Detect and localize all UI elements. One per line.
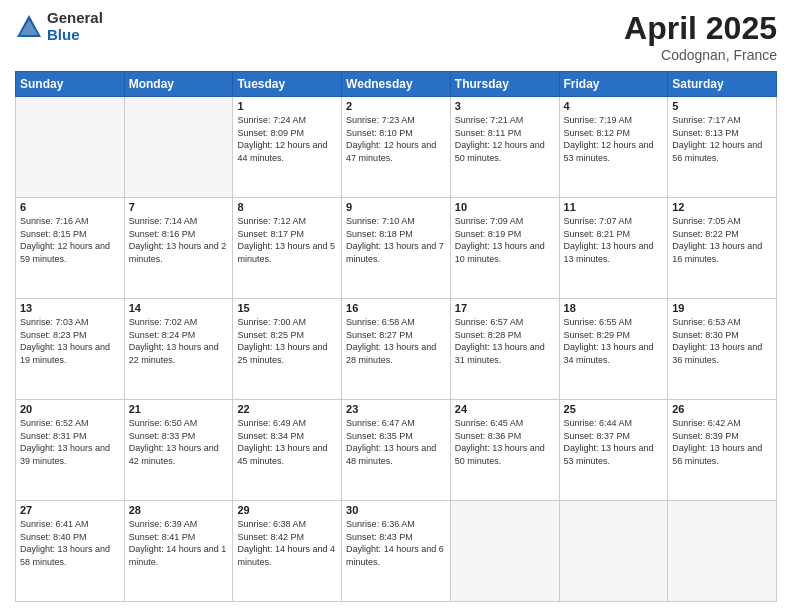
day-number: 15 (237, 302, 337, 314)
calendar-cell (668, 501, 777, 602)
calendar-cell: 16Sunrise: 6:58 AMSunset: 8:27 PMDayligh… (342, 299, 451, 400)
title-block: April 2025 Codognan, France (624, 10, 777, 63)
day-info: Sunrise: 7:19 AMSunset: 8:12 PMDaylight:… (564, 114, 664, 164)
day-number: 13 (20, 302, 120, 314)
day-number: 27 (20, 504, 120, 516)
logo-blue-text: Blue (47, 27, 103, 44)
day-number: 21 (129, 403, 229, 415)
title-location: Codognan, France (624, 47, 777, 63)
day-info: Sunrise: 7:00 AMSunset: 8:25 PMDaylight:… (237, 316, 337, 366)
day-number: 29 (237, 504, 337, 516)
day-info: Sunrise: 6:36 AMSunset: 8:43 PMDaylight:… (346, 518, 446, 568)
day-number: 24 (455, 403, 555, 415)
calendar-week-5: 27Sunrise: 6:41 AMSunset: 8:40 PMDayligh… (16, 501, 777, 602)
day-number: 28 (129, 504, 229, 516)
day-info: Sunrise: 7:05 AMSunset: 8:22 PMDaylight:… (672, 215, 772, 265)
calendar-cell: 9Sunrise: 7:10 AMSunset: 8:18 PMDaylight… (342, 198, 451, 299)
day-info: Sunrise: 7:21 AMSunset: 8:11 PMDaylight:… (455, 114, 555, 164)
title-month: April 2025 (624, 10, 777, 47)
day-number: 5 (672, 100, 772, 112)
calendar-cell: 3Sunrise: 7:21 AMSunset: 8:11 PMDaylight… (450, 97, 559, 198)
day-number: 25 (564, 403, 664, 415)
day-info: Sunrise: 7:17 AMSunset: 8:13 PMDaylight:… (672, 114, 772, 164)
calendar-cell: 8Sunrise: 7:12 AMSunset: 8:17 PMDaylight… (233, 198, 342, 299)
calendar-cell: 18Sunrise: 6:55 AMSunset: 8:29 PMDayligh… (559, 299, 668, 400)
day-info: Sunrise: 6:58 AMSunset: 8:27 PMDaylight:… (346, 316, 446, 366)
day-number: 3 (455, 100, 555, 112)
day-info: Sunrise: 6:53 AMSunset: 8:30 PMDaylight:… (672, 316, 772, 366)
day-number: 18 (564, 302, 664, 314)
day-number: 22 (237, 403, 337, 415)
logo-icon (15, 13, 43, 41)
day-number: 4 (564, 100, 664, 112)
calendar-cell: 2Sunrise: 7:23 AMSunset: 8:10 PMDaylight… (342, 97, 451, 198)
day-number: 19 (672, 302, 772, 314)
day-info: Sunrise: 7:07 AMSunset: 8:21 PMDaylight:… (564, 215, 664, 265)
page: General Blue April 2025 Codognan, France… (0, 0, 792, 612)
day-info: Sunrise: 6:45 AMSunset: 8:36 PMDaylight:… (455, 417, 555, 467)
day-info: Sunrise: 7:24 AMSunset: 8:09 PMDaylight:… (237, 114, 337, 164)
day-number: 10 (455, 201, 555, 213)
day-info: Sunrise: 6:44 AMSunset: 8:37 PMDaylight:… (564, 417, 664, 467)
calendar-cell (16, 97, 125, 198)
day-number: 7 (129, 201, 229, 213)
calendar-cell: 1Sunrise: 7:24 AMSunset: 8:09 PMDaylight… (233, 97, 342, 198)
calendar-table: SundayMondayTuesdayWednesdayThursdayFrid… (15, 71, 777, 602)
calendar-cell: 11Sunrise: 7:07 AMSunset: 8:21 PMDayligh… (559, 198, 668, 299)
calendar-cell: 24Sunrise: 6:45 AMSunset: 8:36 PMDayligh… (450, 400, 559, 501)
calendar-week-1: 1Sunrise: 7:24 AMSunset: 8:09 PMDaylight… (16, 97, 777, 198)
day-info: Sunrise: 6:50 AMSunset: 8:33 PMDaylight:… (129, 417, 229, 467)
calendar-cell: 7Sunrise: 7:14 AMSunset: 8:16 PMDaylight… (124, 198, 233, 299)
day-info: Sunrise: 7:02 AMSunset: 8:24 PMDaylight:… (129, 316, 229, 366)
day-number: 14 (129, 302, 229, 314)
day-number: 1 (237, 100, 337, 112)
day-info: Sunrise: 6:41 AMSunset: 8:40 PMDaylight:… (20, 518, 120, 568)
calendar-cell: 25Sunrise: 6:44 AMSunset: 8:37 PMDayligh… (559, 400, 668, 501)
day-info: Sunrise: 6:57 AMSunset: 8:28 PMDaylight:… (455, 316, 555, 366)
day-number: 23 (346, 403, 446, 415)
calendar-cell (450, 501, 559, 602)
day-info: Sunrise: 6:47 AMSunset: 8:35 PMDaylight:… (346, 417, 446, 467)
calendar-cell: 30Sunrise: 6:36 AMSunset: 8:43 PMDayligh… (342, 501, 451, 602)
day-info: Sunrise: 7:12 AMSunset: 8:17 PMDaylight:… (237, 215, 337, 265)
weekday-header-wednesday: Wednesday (342, 72, 451, 97)
weekday-header-friday: Friday (559, 72, 668, 97)
calendar-cell: 15Sunrise: 7:00 AMSunset: 8:25 PMDayligh… (233, 299, 342, 400)
logo-general-text: General (47, 10, 103, 27)
day-info: Sunrise: 6:42 AMSunset: 8:39 PMDaylight:… (672, 417, 772, 467)
day-number: 8 (237, 201, 337, 213)
weekday-header-monday: Monday (124, 72, 233, 97)
day-info: Sunrise: 7:03 AMSunset: 8:23 PMDaylight:… (20, 316, 120, 366)
calendar-cell: 12Sunrise: 7:05 AMSunset: 8:22 PMDayligh… (668, 198, 777, 299)
day-info: Sunrise: 6:39 AMSunset: 8:41 PMDaylight:… (129, 518, 229, 568)
calendar-week-3: 13Sunrise: 7:03 AMSunset: 8:23 PMDayligh… (16, 299, 777, 400)
calendar-cell: 21Sunrise: 6:50 AMSunset: 8:33 PMDayligh… (124, 400, 233, 501)
weekday-header-row: SundayMondayTuesdayWednesdayThursdayFrid… (16, 72, 777, 97)
calendar-cell: 14Sunrise: 7:02 AMSunset: 8:24 PMDayligh… (124, 299, 233, 400)
calendar-week-4: 20Sunrise: 6:52 AMSunset: 8:31 PMDayligh… (16, 400, 777, 501)
day-info: Sunrise: 7:09 AMSunset: 8:19 PMDaylight:… (455, 215, 555, 265)
day-number: 30 (346, 504, 446, 516)
calendar-week-2: 6Sunrise: 7:16 AMSunset: 8:15 PMDaylight… (16, 198, 777, 299)
weekday-header-tuesday: Tuesday (233, 72, 342, 97)
logo: General Blue (15, 10, 103, 43)
logo-text: General Blue (47, 10, 103, 43)
weekday-header-saturday: Saturday (668, 72, 777, 97)
day-info: Sunrise: 6:38 AMSunset: 8:42 PMDaylight:… (237, 518, 337, 568)
calendar-cell (124, 97, 233, 198)
calendar-cell: 27Sunrise: 6:41 AMSunset: 8:40 PMDayligh… (16, 501, 125, 602)
calendar-cell: 20Sunrise: 6:52 AMSunset: 8:31 PMDayligh… (16, 400, 125, 501)
weekday-header-thursday: Thursday (450, 72, 559, 97)
day-info: Sunrise: 7:23 AMSunset: 8:10 PMDaylight:… (346, 114, 446, 164)
calendar-cell: 5Sunrise: 7:17 AMSunset: 8:13 PMDaylight… (668, 97, 777, 198)
day-number: 17 (455, 302, 555, 314)
weekday-header-sunday: Sunday (16, 72, 125, 97)
day-info: Sunrise: 6:52 AMSunset: 8:31 PMDaylight:… (20, 417, 120, 467)
calendar-cell: 23Sunrise: 6:47 AMSunset: 8:35 PMDayligh… (342, 400, 451, 501)
day-number: 16 (346, 302, 446, 314)
calendar-cell: 13Sunrise: 7:03 AMSunset: 8:23 PMDayligh… (16, 299, 125, 400)
calendar-cell (559, 501, 668, 602)
header: General Blue April 2025 Codognan, France (15, 10, 777, 63)
day-number: 26 (672, 403, 772, 415)
calendar-cell: 29Sunrise: 6:38 AMSunset: 8:42 PMDayligh… (233, 501, 342, 602)
